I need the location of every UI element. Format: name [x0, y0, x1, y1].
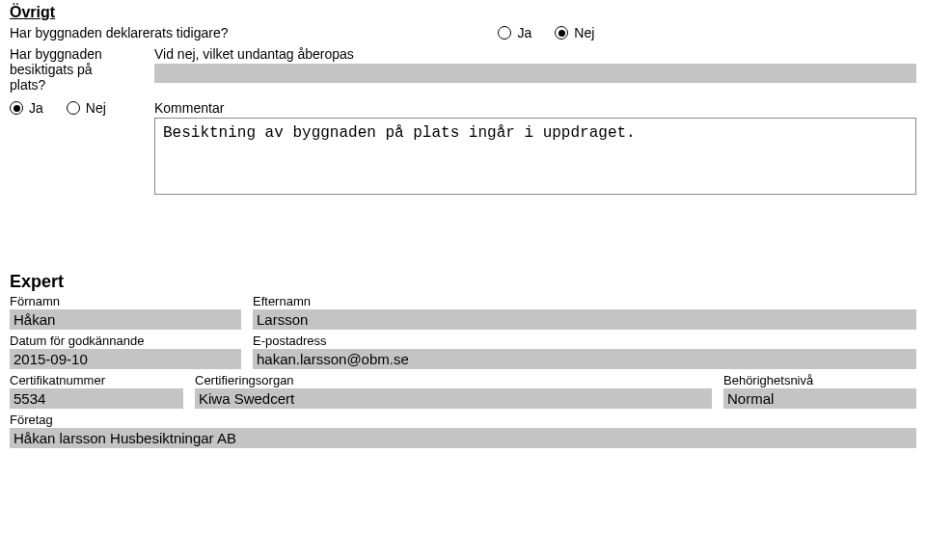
undantag-label: Vid nej, vilket undantag åberopas [154, 46, 916, 62]
q1-ja-label: Ja [517, 25, 531, 40]
q2-nej-label: Nej [86, 100, 106, 116]
certnr-input[interactable]: 5534 [10, 388, 183, 409]
q1-ja-radio[interactable] [498, 26, 511, 40]
beh-input[interactable]: Normal [723, 388, 916, 409]
datum-input[interactable]: 2015-09-10 [10, 349, 241, 369]
efternamn-input[interactable]: Larsson [253, 309, 916, 330]
datum-label: Datum för godkännande [10, 333, 241, 348]
expert-title: Expert [10, 272, 916, 292]
organ-input[interactable]: Kiwa Swedcert [195, 388, 712, 409]
beh-label: Behörighetsnivå [723, 373, 916, 387]
kommentar-label: Kommentar [154, 100, 916, 116]
fornamn-input[interactable]: Håkan [10, 309, 241, 330]
q2-label: Har byggnaden besiktigats på plats? [10, 46, 125, 93]
organ-label: Certifieringsorgan [195, 373, 712, 387]
certnr-label: Certifikatnummer [10, 373, 183, 387]
ovrigt-title: Övrigt [10, 4, 916, 21]
q2-ja-radio[interactable] [10, 101, 23, 115]
q2-nej-radio[interactable] [67, 101, 80, 115]
q1-nej-radio[interactable] [555, 26, 568, 40]
fornamn-label: Förnamn [10, 294, 241, 308]
kommentar-input[interactable]: Besiktning av byggnaden på plats ingår i… [154, 118, 916, 195]
foretag-label: Företag [10, 413, 916, 427]
q2-ja-label: Ja [29, 100, 43, 116]
q1-nej-label: Nej [574, 25, 594, 40]
q1-label: Har byggnaden deklarerats tidigare? [10, 25, 228, 40]
epost-label: E-postadress [253, 333, 916, 348]
undantag-input[interactable] [154, 64, 916, 83]
foretag-input[interactable]: Håkan larsson Husbesiktningar AB [10, 428, 916, 448]
epost-input[interactable]: hakan.larsson@obm.se [253, 349, 916, 369]
efternamn-label: Efternamn [253, 294, 916, 308]
